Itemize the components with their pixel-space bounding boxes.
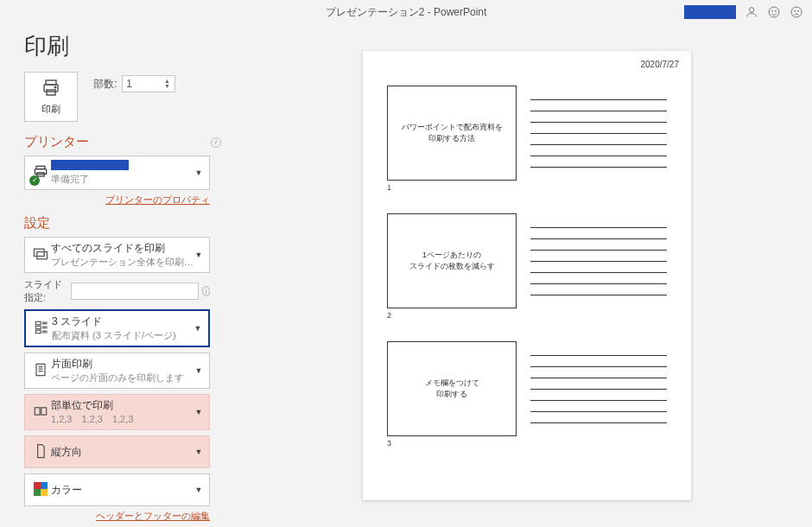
sad-icon[interactable] bbox=[790, 5, 803, 19]
slides-all-icon bbox=[32, 245, 49, 265]
slide-caption: パワーポイントで配布資料を 印刷する方法 bbox=[402, 122, 503, 145]
preview-slot: 1ページあたりの スライドの枚数を減らす 2 bbox=[387, 213, 667, 308]
svg-point-1 bbox=[769, 7, 779, 17]
layout-subtitle: 配布資料 (3 スライド/ページ) bbox=[52, 329, 193, 342]
color-title: カラー bbox=[51, 483, 193, 498]
printer-small-icon: ✓ bbox=[32, 163, 49, 183]
slide-spec-label: スライド指定: bbox=[24, 278, 67, 304]
preview-slide: パワーポイントで配布資料を 印刷する方法 1 bbox=[387, 86, 517, 181]
smile-icon[interactable] bbox=[767, 5, 781, 19]
user-account-box[interactable] bbox=[684, 5, 736, 19]
spinner-arrows-icon: ▲▼ bbox=[162, 79, 171, 89]
print-settings-panel: 印刷 印刷 部数: 1 ▲▼ プリンター i bbox=[0, 24, 233, 527]
print-range-select[interactable]: すべてのスライドを印刷 プレゼンテーション全体を印刷… ▼ bbox=[24, 237, 210, 273]
svg-rect-31 bbox=[34, 482, 41, 489]
note-lines bbox=[530, 355, 667, 423]
slide-spec-input[interactable] bbox=[71, 283, 199, 300]
preview-date: 2020/7/27 bbox=[641, 60, 680, 69]
collate-title: 部単位で印刷 bbox=[51, 398, 193, 413]
print-button-label: 印刷 bbox=[41, 103, 60, 116]
color-icon bbox=[32, 480, 49, 500]
copies-spinner[interactable]: 1 ▲▼ bbox=[122, 75, 175, 92]
document-title: プレゼンテーション2 - PowerPoint bbox=[326, 5, 487, 20]
note-lines bbox=[530, 99, 667, 168]
svg-rect-34 bbox=[41, 489, 48, 496]
slide-caption: 1ページあたりの スライドの枚数を減らす bbox=[409, 250, 495, 273]
user-icon[interactable] bbox=[745, 5, 758, 19]
layout-title: 3 スライド bbox=[52, 314, 193, 329]
single-side-icon bbox=[32, 361, 49, 381]
svg-point-2 bbox=[771, 10, 772, 11]
slide-number: 3 bbox=[387, 439, 391, 448]
handout-3-icon bbox=[33, 319, 50, 339]
svg-rect-15 bbox=[37, 251, 48, 258]
info-icon[interactable]: i bbox=[202, 286, 210, 296]
svg-rect-29 bbox=[35, 407, 40, 414]
slide-number: 2 bbox=[387, 311, 391, 320]
print-range-title: すべてのスライドを印刷 bbox=[51, 241, 193, 256]
svg-point-3 bbox=[775, 10, 776, 11]
chevron-down-icon: ▼ bbox=[193, 408, 204, 416]
slide-number: 1 bbox=[387, 183, 391, 192]
collate-select[interactable]: 部単位で印刷 1,2,3 1,2,3 1,2,3 ▼ bbox=[24, 394, 210, 430]
svg-rect-14 bbox=[35, 249, 45, 256]
svg-point-0 bbox=[749, 8, 753, 12]
printer-icon bbox=[41, 78, 61, 101]
print-range-subtitle: プレゼンテーション全体を印刷… bbox=[51, 256, 193, 269]
preview-slot: パワーポイントで配布資料を 印刷する方法 1 bbox=[387, 86, 667, 181]
title-bar: プレゼンテーション2 - PowerPoint bbox=[0, 0, 812, 24]
chevron-down-icon: ▼ bbox=[193, 324, 203, 333]
preview-slide: 1ページあたりの スライドの枚数を減らす 2 bbox=[387, 213, 517, 308]
preview-slot: メモ欄をつけて 印刷する 3 bbox=[387, 341, 667, 436]
handout-layout-select[interactable]: 3 スライド 配布資料 (3 スライド/ページ) ▼ bbox=[24, 309, 210, 347]
chevron-down-icon: ▼ bbox=[193, 486, 204, 494]
slide-caption: メモ欄をつけて 印刷する bbox=[425, 378, 479, 401]
sides-title: 片面印刷 bbox=[51, 357, 193, 371]
print-button[interactable]: 印刷 bbox=[24, 72, 78, 122]
print-preview-page: 2020/7/27 パワーポイントで配布資料を 印刷する方法 1 1ページあたり… bbox=[363, 51, 691, 500]
printer-name-redacted bbox=[51, 160, 129, 170]
svg-rect-32 bbox=[41, 482, 48, 489]
chevron-down-icon: ▼ bbox=[193, 366, 204, 375]
chevron-down-icon: ▼ bbox=[193, 251, 204, 259]
page-title: 印刷 bbox=[24, 31, 221, 61]
chevron-down-icon: ▼ bbox=[193, 168, 204, 177]
sides-subtitle: ページの片面のみを印刷します bbox=[51, 371, 193, 384]
printer-properties-link[interactable]: プリンターのプロパティ bbox=[24, 194, 210, 206]
orientation-title: 縦方向 bbox=[51, 445, 193, 460]
copies-label: 部数: bbox=[93, 77, 117, 92]
ready-check-icon: ✓ bbox=[29, 175, 40, 186]
svg-point-4 bbox=[791, 7, 802, 17]
settings-section-header: 設定 bbox=[24, 215, 50, 232]
svg-rect-30 bbox=[41, 407, 47, 414]
copies-value: 1 bbox=[126, 78, 162, 90]
svg-rect-9 bbox=[47, 90, 55, 95]
svg-rect-22 bbox=[35, 330, 41, 333]
printer-select[interactable]: ✓ 準備完了 ▼ bbox=[24, 156, 210, 190]
svg-point-5 bbox=[794, 10, 795, 11]
orientation-select[interactable]: 縦方向 ▼ bbox=[24, 435, 210, 468]
svg-point-10 bbox=[54, 86, 56, 88]
printer-status: 準備完了 bbox=[51, 173, 193, 186]
chevron-down-icon: ▼ bbox=[193, 448, 204, 456]
note-lines bbox=[530, 227, 667, 295]
header-footer-link[interactable]: ヘッダーとフッターの編集 bbox=[24, 510, 210, 523]
svg-rect-16 bbox=[35, 321, 41, 324]
svg-rect-25 bbox=[36, 364, 45, 375]
collate-subtitle: 1,2,3 1,2,3 1,2,3 bbox=[51, 413, 193, 426]
svg-point-6 bbox=[797, 10, 798, 11]
color-select[interactable]: カラー ▼ bbox=[24, 473, 210, 506]
svg-rect-33 bbox=[34, 489, 41, 496]
printer-section-header: プリンター bbox=[24, 134, 89, 150]
svg-rect-19 bbox=[35, 326, 41, 328]
collate-icon bbox=[32, 403, 49, 422]
preview-slide: メモ欄をつけて 印刷する 3 bbox=[387, 341, 517, 436]
portrait-icon bbox=[32, 442, 49, 462]
info-icon[interactable]: i bbox=[211, 137, 221, 148]
print-sides-select[interactable]: 片面印刷 ページの片面のみを印刷します ▼ bbox=[24, 352, 210, 389]
